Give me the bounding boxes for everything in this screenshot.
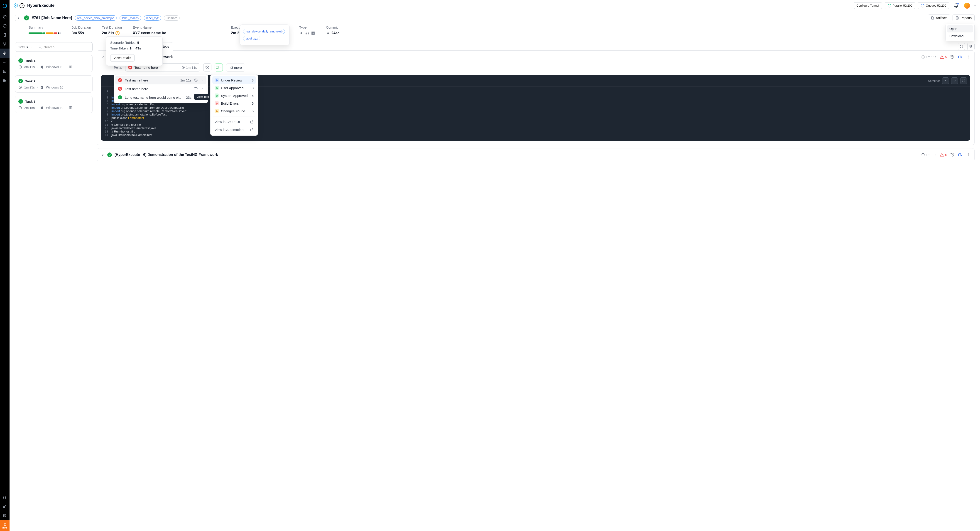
kebab-menu-icon[interactable] xyxy=(966,153,970,157)
task-os: Windows 10 xyxy=(46,65,63,69)
labels-more-button[interactable]: +2 more xyxy=(164,16,180,21)
user-avatar[interactable] xyxy=(964,3,970,9)
reports-button[interactable]: Reports xyxy=(953,14,975,21)
view-details-button[interactable]: View Details xyxy=(110,54,135,62)
chevron-down-icon[interactable] xyxy=(974,4,976,7)
svg-rect-23 xyxy=(970,45,972,47)
test-history-button[interactable] xyxy=(203,63,212,72)
svg-point-26 xyxy=(968,56,969,56)
task-card[interactable]: Task 3 2m 15s · Windows 10 · xyxy=(15,96,92,113)
copy-button[interactable] xyxy=(967,43,975,50)
status-success-icon xyxy=(24,16,29,21)
code-line: public class Lambdatest xyxy=(111,116,144,120)
status-badge: ◎ xyxy=(215,86,219,90)
clock-icon xyxy=(18,106,22,110)
labels-popover: real_device_daily_smokejob label_xyz xyxy=(240,24,290,45)
svg-point-35 xyxy=(968,155,969,156)
status-label: User Approved xyxy=(221,86,243,90)
job-header: #761 [Job Name Here] real_device_daily_s… xyxy=(10,11,980,39)
chevron-right-icon xyxy=(101,153,105,156)
test-duration-value: 2m 21s! xyxy=(102,31,122,35)
status-filter-item[interactable]: ◎ Changes Found 5 xyxy=(212,107,256,115)
label-chip[interactable]: real_device_daily_smokejob xyxy=(243,29,285,34)
reports-open-item[interactable]: Open xyxy=(947,25,973,32)
history-icon[interactable] xyxy=(950,55,955,59)
task-card[interactable]: Task 1 3m 11s · Windows 10 · xyxy=(15,55,92,72)
status-filter-item[interactable]: ◎ Build Errors 5 xyxy=(212,99,256,107)
status-filter-item[interactable]: ◎ System Approved 5 xyxy=(212,92,256,99)
video-icon[interactable] xyxy=(958,55,963,59)
history-icon[interactable] xyxy=(950,153,955,157)
task-card[interactable]: Task 2 1m 25s · Windows 10 xyxy=(15,75,92,92)
nav-dashboard-icon[interactable] xyxy=(0,12,10,21)
queued-status-button[interactable]: Queued 50/200 xyxy=(918,2,949,9)
scroll-down-button[interactable] xyxy=(951,77,958,84)
parallel-status-button[interactable]: Parallel 50/200 xyxy=(885,2,915,9)
tests-more-button[interactable]: +3 more xyxy=(226,64,245,72)
task-name: Task 3 xyxy=(25,100,36,104)
external-link-item[interactable]: View in Automation xyxy=(212,126,256,134)
nav-support-icon[interactable] xyxy=(0,493,10,502)
history-icon xyxy=(205,65,209,69)
chevron-right-icon xyxy=(200,87,204,90)
nav-branch-icon[interactable] xyxy=(0,40,10,49)
test-panel-dropdown[interactable] xyxy=(215,63,223,72)
stage-header[interactable]: stration of the TestNG Framework 1m 11s … xyxy=(97,51,974,63)
label-chip[interactable]: label_xyz xyxy=(243,36,260,41)
status-error-icon: ⊖ xyxy=(118,78,122,82)
nav-analytics-icon[interactable] xyxy=(0,57,10,67)
history-icon[interactable] xyxy=(194,87,198,91)
nav-apps-icon[interactable] xyxy=(0,76,10,85)
status-filter-item[interactable]: ◎ Under Review 3 xyxy=(212,76,256,84)
panel-icon xyxy=(69,106,72,110)
artifacts-button[interactable]: Artifacts xyxy=(928,14,950,21)
reports-download-item[interactable]: Download xyxy=(947,32,973,40)
status-filter-item[interactable]: ◎ User Approved 3 xyxy=(212,84,256,92)
configure-tunnel-button[interactable]: Configure Tunnel xyxy=(854,2,882,9)
selenium-icon xyxy=(299,31,303,35)
chevron-down-icon xyxy=(101,55,105,59)
nav-device-icon[interactable] xyxy=(0,30,10,40)
test-dropdown-item[interactable]: ✓ Long test name here would come wi.. 23… xyxy=(115,93,207,102)
search-wrap xyxy=(36,42,92,51)
code-line: # Compile the test file xyxy=(111,123,141,126)
stage-header[interactable]: [HyperExecute - 6] Demonstration of the … xyxy=(97,148,974,161)
nav-add-icon[interactable] xyxy=(0,67,10,76)
windows-icon xyxy=(40,65,44,69)
svg-rect-32 xyxy=(959,154,961,156)
nav-key-icon[interactable] xyxy=(0,502,10,511)
warning-icon[interactable]: ! xyxy=(116,31,119,35)
scroll-up-button[interactable] xyxy=(942,77,949,84)
test-dropdown-item[interactable]: ⊖ Test name here 1m 11s xyxy=(115,76,207,85)
svg-rect-6 xyxy=(3,79,5,80)
event-name-value: XYZ event name he xyxy=(133,31,166,35)
video-icon[interactable] xyxy=(958,153,963,157)
external-link-icon xyxy=(250,120,254,124)
svg-point-3 xyxy=(5,43,6,43)
external-link-item[interactable]: View in Smart UI xyxy=(212,118,256,126)
notifications-button[interactable] xyxy=(954,3,959,8)
status-count: 3 xyxy=(252,78,254,82)
stage-title: [HyperExecute - 6] Demonstration of the … xyxy=(115,153,918,157)
external-link-icon xyxy=(250,128,254,132)
search-input[interactable] xyxy=(44,45,90,49)
windows-icon xyxy=(40,86,44,89)
back-button[interactable] xyxy=(15,15,21,21)
nav-settings-icon[interactable] xyxy=(0,511,10,520)
history-icon[interactable] xyxy=(194,78,198,82)
nav-buy-button[interactable]: BUY xyxy=(0,520,10,531)
kebab-menu-icon[interactable] xyxy=(966,55,970,59)
nav-history-icon[interactable] xyxy=(0,21,10,30)
label-chip[interactable]: label_xyz xyxy=(144,16,161,21)
nav-hyperexecute-icon[interactable] xyxy=(0,49,10,57)
label-chip[interactable]: real_device_daily_smokejob xyxy=(75,16,117,21)
status-badge: ◎ xyxy=(215,78,219,82)
code-line: # Run the test file xyxy=(111,130,135,133)
fullscreen-button[interactable] xyxy=(960,77,967,84)
status-count: 5 xyxy=(252,94,254,97)
test-dropdown-item[interactable]: ⊖ Test name here xyxy=(115,85,207,93)
status-success-icon xyxy=(18,99,23,104)
status-filter-dropdown[interactable]: Status xyxy=(15,42,36,51)
label-chip[interactable]: label_macos xyxy=(119,16,141,21)
refresh-button[interactable] xyxy=(958,43,965,50)
